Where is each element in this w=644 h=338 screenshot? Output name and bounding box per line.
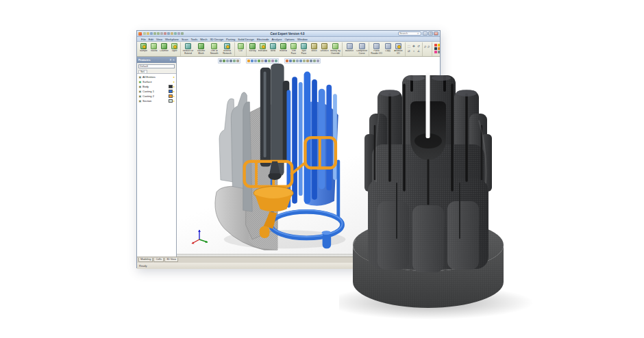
redo-icon[interactable] [157, 32, 160, 35]
visibility-bulb-icon[interactable]: ● [173, 85, 175, 88]
panel-close-icon[interactable]: ✕ [173, 58, 175, 62]
tree-item-body[interactable]: ▣ Body ● [137, 84, 176, 89]
zoom-fit-icon[interactable]: ⌕ [428, 44, 430, 49]
tree-item-section[interactable]: ▣ Section ● [137, 99, 176, 103]
copy-icon[interactable] [167, 32, 170, 35]
close-button[interactable]: ✕ [434, 31, 438, 36]
move-icon[interactable]: ✥ [412, 44, 416, 48]
ribbon-tool-trim[interactable]: Trim of Smooth [208, 42, 221, 55]
ribbon-tool-chamfer[interactable]: Chamfer [159, 42, 169, 53]
visibility-bulb-icon[interactable]: ● [173, 80, 175, 83]
titlebar[interactable]: Cast Expert Version 4.0 ⌕ – ❒ ✕ [137, 31, 440, 37]
mirror-icon[interactable]: ⇄ [407, 49, 411, 53]
menu-edit[interactable]: Edit [149, 38, 153, 41]
print-icon[interactable] [160, 32, 163, 35]
panel-title: Features [138, 58, 169, 62]
ribbon-tool-sample[interactable]: Sample [138, 42, 149, 53]
menu-analyze[interactable]: Analyze [272, 38, 282, 41]
tree-item-all-entities[interactable]: ▣ All Entities ● [137, 75, 176, 79]
menu-view[interactable]: View [156, 38, 162, 41]
ribbon-tool-unstitch[interactable]: Unstitch [319, 42, 330, 53]
panel-pin-icon[interactable]: ⊼ [170, 58, 172, 62]
paste-icon[interactable] [171, 32, 173, 35]
tree-item-casting-1[interactable]: ▣ Casting 1 ● [137, 89, 176, 94]
menu-window[interactable]: Window [297, 38, 308, 41]
measure-icon[interactable]: ∠ [417, 49, 421, 53]
options-icon[interactable] [177, 32, 180, 35]
tree-item-surface[interactable]: ▣ Surface ● [137, 79, 176, 84]
ribbon-tool-cut[interactable]: Cut [236, 42, 245, 53]
open-file-icon[interactable] [147, 32, 149, 35]
search-input[interactable] [399, 32, 417, 35]
palette-swatch[interactable] [438, 47, 440, 50]
save-icon[interactable] [150, 32, 153, 35]
ribbon-tool-reduce[interactable]: Reduce or Extend [182, 42, 195, 55]
ribbon-tool-animate[interactable]: Animate I/O [393, 42, 404, 55]
cut-icon[interactable] [164, 32, 166, 35]
ribbon-tool-extend[interactable]: Extend [278, 42, 288, 53]
trim-face-icon [290, 43, 297, 49]
ribbon-tool-balance[interactable]: Balance [343, 42, 356, 53]
visibility-bulb-icon[interactable]: ● [173, 90, 175, 93]
tree-filter-input[interactable] [138, 64, 175, 68]
rotate-icon[interactable]: ↺ [417, 44, 421, 48]
palette-swatch[interactable] [434, 51, 437, 53]
select-box-icon[interactable]: ⬚ [407, 44, 411, 48]
ribbon-tool-copy[interactable]: Copy [383, 42, 393, 53]
ribbon-tool-round[interactable]: Round [149, 42, 159, 53]
ribbon-tool-trim-face[interactable]: Trim Face [288, 42, 299, 55]
panel-filter [137, 63, 176, 69]
ribbon-tool-split-face[interactable]: Split Face [299, 42, 309, 55]
new-file-icon[interactable] [143, 32, 146, 35]
ribbon-tool-volume-mesh[interactable]: Volume Mesh [195, 42, 208, 55]
help-icon[interactable] [174, 32, 177, 35]
search-icon: ⌕ [417, 32, 419, 36]
ribbon-tool-composite-curve[interactable]: Composite Curve [356, 42, 368, 55]
menu-parting[interactable]: Parting [226, 38, 235, 41]
ribbon-group-transform: ⬚ ✥ ↺ ⇄ ⌖ ∠ [406, 42, 423, 57]
visibility-bulb-icon[interactable]: ● [173, 99, 175, 103]
palette-swatch[interactable] [438, 44, 440, 47]
visibility-bulb-icon[interactable]: ● [173, 75, 175, 79]
palette-swatch[interactable] [434, 47, 437, 50]
casting-model-3d[interactable] [206, 62, 347, 255]
zoom-in-icon[interactable]: ⌕ [424, 44, 427, 49]
target-icon[interactable]: ⌖ [412, 49, 416, 53]
menu-scan[interactable]: Scan [182, 38, 188, 41]
ribbon-tool-extruded[interactable]: Extruded [258, 42, 268, 53]
menu-mesh[interactable]: Mesh [200, 38, 207, 41]
menu-options[interactable]: Options [284, 38, 294, 41]
tab-3d-view[interactable]: 3D View [164, 258, 178, 262]
ribbon-tool-stitch[interactable]: Stitch [309, 42, 319, 53]
ribbon-tool-bend[interactable]: Bend [268, 42, 278, 53]
menu-workplane[interactable]: Workplane [165, 38, 179, 41]
menu-file[interactable]: File [141, 38, 146, 41]
tab-cells[interactable]: Cells [153, 258, 163, 262]
ribbon-group-edit: Sample Round Chamfer Taper [138, 42, 181, 57]
palette-swatch[interactable] [434, 44, 437, 47]
ribbon-tool-survey[interactable]: Survey [247, 42, 258, 53]
ribbon-tool-panel-reader[interactable]: Panel Reader I/O [370, 42, 383, 55]
quick-access-toolbar [143, 32, 184, 35]
color-palette[interactable] [434, 44, 440, 53]
ribbon-tool-remesh[interactable]: Extend Remesh [221, 42, 234, 55]
menu-solid-design[interactable]: Solid Design [238, 38, 254, 41]
minimize-button[interactable]: – [423, 31, 428, 36]
maximize-button[interactable]: ❒ [428, 31, 433, 36]
menu-electrode[interactable]: Electrode [257, 38, 269, 41]
menu-tools[interactable]: Tools [190, 38, 197, 41]
menu-3d-design[interactable]: 3D Design [210, 38, 224, 41]
tree-item-casting-2[interactable]: ▣ Casting 2 ● [137, 94, 176, 99]
undo-icon[interactable] [153, 32, 156, 35]
tab-selection[interactable]: Sel. [138, 70, 147, 73]
title-search[interactable]: ⌕ [398, 31, 421, 36]
reduce-icon [185, 43, 191, 49]
panel-reader-icon [373, 43, 380, 49]
ribbon-tool-taper[interactable]: Taper [169, 42, 179, 53]
panel-header: Features ⊼ ✕ [137, 57, 176, 63]
ribbon-tool-modify[interactable]: Modify By Override [330, 42, 341, 55]
visibility-bulb-icon[interactable]: ● [173, 94, 175, 98]
tab-modeling[interactable]: Modeling [138, 258, 153, 262]
copy-tool-icon [385, 43, 391, 49]
palette-swatch[interactable] [438, 51, 440, 53]
